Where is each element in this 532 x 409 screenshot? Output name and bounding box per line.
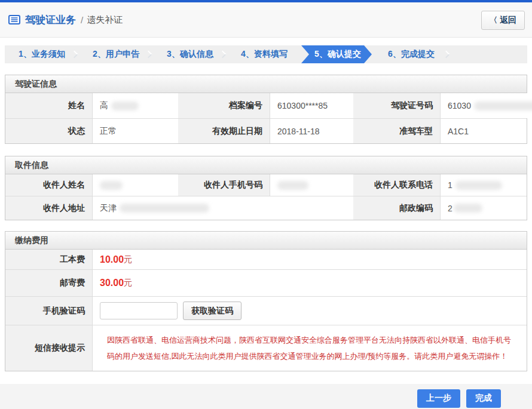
pickup-section-title: 取件信息 [15,160,48,171]
table-row: 工本费 10.00元 [5,250,527,269]
table-row: 姓名 高 档案编号 610300****85 驾驶证号码 61030 [5,93,527,118]
postal-code-value: 2 [440,196,527,220]
step-tabs: 1、业务须知 2、用户申告 3、确认信息 4、资料填写 5、确认提交 6、完成提… [5,45,527,63]
get-code-button[interactable]: 获取验证码 [183,302,241,320]
sms-code-label: 手机验证码 [5,296,92,325]
recipient-name-value [92,174,178,196]
back-button-label: 返回 [500,15,516,26]
license-section-header: 驾驶证信息 [5,75,527,93]
step-tab-2[interactable]: 2、用户申告 [79,45,153,63]
back-chevron-icon: 〈 [490,15,497,26]
previous-step-button[interactable]: 上一步 [417,389,460,408]
production-fee-unit: 元 [124,254,132,265]
step-separator-chevron-icon [219,51,227,59]
redacted-value [100,181,123,190]
recipient-address-value: 天津 [92,196,353,220]
sms-code-field-cell: 获取验证码 [92,296,527,325]
step-separator-chevron-icon [145,51,152,59]
fees-section-header: 缴纳费用 [5,232,527,250]
step-tab-6[interactable]: 6、完成提交 [372,45,451,63]
table-row: 手机验证码 获取验证码 [5,296,527,325]
recipient-phone-label: 收件人联系电话 [353,174,440,196]
table-row: 邮寄费 30.00元 [5,269,527,296]
step-tab-4-label: 4、资料填写 [241,49,288,60]
pickup-info-panel: 取件信息 收件人姓名 收件人手机号码 收件人联系电话 1 收件人地址 天津 邮政… [5,156,527,220]
form-list-icon [8,15,20,24]
name-value: 高 [92,93,178,118]
step-tab-3[interactable]: 3、确认信息 [153,45,227,63]
expiry-label: 有效期止日期 [178,118,270,143]
name-label: 姓名 [5,93,92,118]
recipient-name-label: 收件人姓名 [5,174,92,196]
page-title: 驾驶证业务 [25,13,76,27]
postage-fee-unit: 元 [124,278,132,288]
table-row: 收件人姓名 收件人手机号码 收件人联系电话 1 [5,174,527,196]
status-label: 状态 [5,118,92,143]
step-tab-5-label: 5、确认提交 [314,49,361,60]
sms-notice-label: 短信接收提示 [5,325,92,371]
recipient-phone-value: 1 [440,174,527,196]
table-row: 收件人地址 天津 邮政编码 2 [5,196,527,220]
redacted-value [277,181,308,190]
breadcrumb-separator: / [81,15,83,25]
recipient-mobile-value [270,174,353,196]
footer-action-bar: 上一步 完成 [0,384,532,409]
redacted-value [455,181,502,190]
redacted-value [111,102,139,110]
sms-code-input[interactable] [100,302,178,319]
file-no-value: 610300****85 [270,93,353,118]
production-fee-label: 工本费 [5,250,92,269]
postal-code-label: 邮政编码 [353,196,440,220]
sms-notice-text: 因陕西省联通、电信运营商技术问题，陕西省互联网交通安全综合服务管理平台无法向持陕… [100,328,522,368]
redacted-value [474,102,532,110]
production-fee-amount: 10.00 [100,254,124,265]
license-info-panel: 驾驶证信息 姓名 高 档案编号 610300****85 驾驶证号码 61030… [5,75,527,144]
vehicle-type-value: A1C1 [440,118,527,143]
step-tab-1-label: 1、业务须知 [19,49,65,60]
recipient-address-label: 收件人地址 [5,196,92,220]
postage-fee-value: 30.00元 [92,269,527,296]
step-tab-2-label: 2、用户申告 [93,49,139,60]
step-tab-6-label: 6、完成提交 [388,49,435,60]
back-button[interactable]: 〈 返回 [481,11,525,30]
fees-panel: 缴纳费用 工本费 10.00元 邮寄费 30.00元 手机验证码 获取验证码 短… [5,231,527,371]
expiry-value: 2018-11-18 [270,118,353,143]
step-tab-4[interactable]: 4、资料填写 [227,45,301,63]
page-header: 驾驶证业务 / 遗失补证 〈 返回 [0,2,532,38]
file-no-label: 档案编号 [178,93,270,118]
table-row: 状态 正常 有效期止日期 2018-11-18 准驾车型 A1C1 [5,118,527,143]
redacted-value [120,204,209,213]
license-no-label: 驾驶证号码 [353,93,440,118]
step-separator-chevron-icon [442,51,450,59]
postage-fee-label: 邮寄费 [5,269,92,296]
step-tab-5-active[interactable]: 5、确认提交 [301,45,372,63]
pickup-section-header: 取件信息 [5,156,527,174]
breadcrumb-current: 遗失补证 [87,14,123,26]
step-tabs-filler [451,45,527,63]
fees-section-title: 缴纳费用 [15,235,48,246]
step-separator-chevron-icon [71,51,78,59]
table-row: 短信接收提示 因陕西省联通、电信运营商技术问题，陕西省互联网交通安全综合服务管理… [5,325,527,371]
vehicle-type-label: 准驾车型 [353,118,440,143]
status-value: 正常 [92,118,178,143]
step-tab-1[interactable]: 1、业务须知 [5,45,79,63]
step-tab-3-label: 3、确认信息 [167,49,213,60]
recipient-mobile-label: 收件人手机号码 [178,174,270,196]
license-section-title: 驾驶证信息 [15,79,57,90]
finish-button[interactable]: 完成 [466,389,501,408]
license-no-value: 61030 [440,93,532,118]
production-fee-value: 10.00元 [92,250,527,269]
redacted-value [454,204,482,213]
postage-fee-amount: 30.00 [100,278,124,288]
sms-notice-cell: 因陕西省联通、电信运营商技术问题，陕西省互联网交通安全综合服务管理平台无法向持陕… [92,325,527,371]
